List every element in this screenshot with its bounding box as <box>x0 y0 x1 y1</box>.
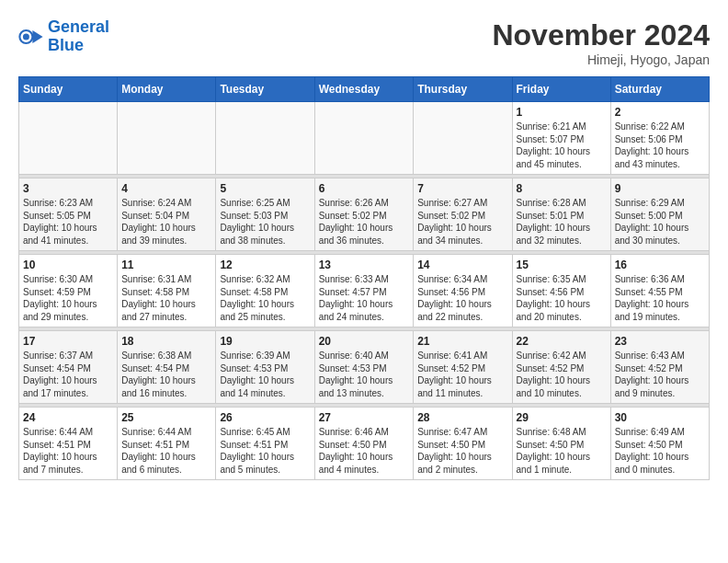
calendar-cell: 22Sunrise: 6:42 AM Sunset: 4:52 PM Dayli… <box>512 331 610 404</box>
logo-line1: General <box>48 17 109 36</box>
calendar-cell: 25Sunrise: 6:44 AM Sunset: 4:51 PM Dayli… <box>118 408 216 480</box>
day-info: Sunrise: 6:33 AM Sunset: 4:57 PM Dayligh… <box>319 273 410 323</box>
title-area: November 2024 Himeji, Hyogo, Japan <box>492 18 710 67</box>
svg-point-1 <box>23 33 29 40</box>
day-number: 22 <box>517 335 607 348</box>
day-info: Sunrise: 6:30 AM Sunset: 4:59 PM Dayligh… <box>23 273 113 323</box>
day-number: 5 <box>220 182 310 195</box>
day-number: 25 <box>121 411 211 424</box>
day-number: 12 <box>220 259 310 271</box>
day-info: Sunrise: 6:27 AM Sunset: 5:02 PM Dayligh… <box>417 197 507 247</box>
day-number: 1 <box>517 106 607 119</box>
day-number: 13 <box>319 259 410 271</box>
day-number: 4 <box>121 182 211 195</box>
calendar-cell: 19Sunrise: 6:39 AM Sunset: 4:53 PM Dayli… <box>216 331 314 404</box>
calendar-cell: 10Sunrise: 6:30 AM Sunset: 4:59 PM Dayli… <box>19 255 118 327</box>
calendar-cell: 14Sunrise: 6:34 AM Sunset: 4:56 PM Dayli… <box>414 255 512 327</box>
month-title: November 2024 <box>492 18 710 52</box>
calendar-cell: 24Sunrise: 6:44 AM Sunset: 4:51 PM Dayli… <box>19 408 118 480</box>
day-info: Sunrise: 6:36 AM Sunset: 4:55 PM Dayligh… <box>615 273 705 323</box>
day-number: 20 <box>319 335 410 348</box>
week-row-3: 10Sunrise: 6:30 AM Sunset: 4:59 PM Dayli… <box>19 255 710 327</box>
day-number: 27 <box>319 411 410 424</box>
day-number: 15 <box>517 259 607 271</box>
day-info: Sunrise: 6:25 AM Sunset: 5:03 PM Dayligh… <box>220 197 310 247</box>
calendar-cell: 18Sunrise: 6:38 AM Sunset: 4:54 PM Dayli… <box>118 331 216 404</box>
calendar-cell: 21Sunrise: 6:41 AM Sunset: 4:52 PM Dayli… <box>414 331 512 404</box>
calendar-cell: 17Sunrise: 6:37 AM Sunset: 4:54 PM Dayli… <box>19 331 118 404</box>
calendar-cell: 23Sunrise: 6:43 AM Sunset: 4:52 PM Dayli… <box>610 331 709 404</box>
week-row-1: 1Sunrise: 6:21 AM Sunset: 5:07 PM Daylig… <box>19 102 710 175</box>
day-info: Sunrise: 6:42 AM Sunset: 4:52 PM Dayligh… <box>517 350 607 399</box>
day-info: Sunrise: 6:38 AM Sunset: 4:54 PM Dayligh… <box>121 350 211 399</box>
calendar: SundayMondayTuesdayWednesdayThursdayFrid… <box>18 76 710 480</box>
weekday-header-row: SundayMondayTuesdayWednesdayThursdayFrid… <box>19 77 710 102</box>
weekday-header-monday: Monday <box>118 77 216 102</box>
calendar-cell: 5Sunrise: 6:25 AM Sunset: 5:03 PM Daylig… <box>216 178 314 251</box>
week-row-2: 3Sunrise: 6:23 AM Sunset: 5:05 PM Daylig… <box>19 178 710 251</box>
day-number: 9 <box>615 182 705 195</box>
weekday-header-thursday: Thursday <box>414 77 512 102</box>
day-info: Sunrise: 6:40 AM Sunset: 4:53 PM Dayligh… <box>319 350 410 399</box>
weekday-header-sunday: Sunday <box>19 77 118 102</box>
day-number: 24 <box>23 411 113 424</box>
day-number: 8 <box>517 182 607 195</box>
calendar-cell: 13Sunrise: 6:33 AM Sunset: 4:57 PM Dayli… <box>314 255 414 327</box>
day-number: 28 <box>417 411 507 424</box>
day-info: Sunrise: 6:48 AM Sunset: 4:50 PM Dayligh… <box>517 426 607 476</box>
logo: General Blue <box>18 18 109 55</box>
location: Himeji, Hyogo, Japan <box>492 52 710 67</box>
day-info: Sunrise: 6:31 AM Sunset: 4:58 PM Dayligh… <box>121 273 211 323</box>
weekday-header-saturday: Saturday <box>610 77 709 102</box>
calendar-cell: 6Sunrise: 6:26 AM Sunset: 5:02 PM Daylig… <box>314 178 414 251</box>
calendar-cell: 4Sunrise: 6:24 AM Sunset: 5:04 PM Daylig… <box>118 178 216 251</box>
day-info: Sunrise: 6:21 AM Sunset: 5:07 PM Dayligh… <box>517 121 607 170</box>
calendar-cell: 2Sunrise: 6:22 AM Sunset: 5:06 PM Daylig… <box>610 102 709 175</box>
day-number: 21 <box>417 335 507 348</box>
day-info: Sunrise: 6:29 AM Sunset: 5:00 PM Dayligh… <box>615 197 705 247</box>
weekday-header-friday: Friday <box>512 77 610 102</box>
day-info: Sunrise: 6:28 AM Sunset: 5:01 PM Dayligh… <box>517 197 607 247</box>
calendar-cell <box>118 102 216 175</box>
logo-icon <box>18 24 44 50</box>
day-number: 30 <box>615 411 705 424</box>
day-number: 16 <box>615 259 705 271</box>
day-info: Sunrise: 6:32 AM Sunset: 4:58 PM Dayligh… <box>220 273 310 323</box>
day-number: 7 <box>417 182 507 195</box>
calendar-cell <box>216 102 314 175</box>
week-row-4: 17Sunrise: 6:37 AM Sunset: 4:54 PM Dayli… <box>19 331 710 404</box>
day-info: Sunrise: 6:23 AM Sunset: 5:05 PM Dayligh… <box>23 197 113 247</box>
day-info: Sunrise: 6:45 AM Sunset: 4:51 PM Dayligh… <box>220 426 310 476</box>
header: General Blue November 2024 Himeji, Hyogo… <box>18 18 710 67</box>
day-number: 23 <box>615 335 705 348</box>
week-row-5: 24Sunrise: 6:44 AM Sunset: 4:51 PM Dayli… <box>19 408 710 480</box>
day-info: Sunrise: 6:46 AM Sunset: 4:50 PM Dayligh… <box>319 426 410 476</box>
calendar-cell: 26Sunrise: 6:45 AM Sunset: 4:51 PM Dayli… <box>216 408 314 480</box>
day-number: 6 <box>319 182 410 195</box>
calendar-cell: 27Sunrise: 6:46 AM Sunset: 4:50 PM Dayli… <box>314 408 414 480</box>
day-info: Sunrise: 6:43 AM Sunset: 4:52 PM Dayligh… <box>615 350 705 399</box>
day-info: Sunrise: 6:41 AM Sunset: 4:52 PM Dayligh… <box>417 350 507 399</box>
day-info: Sunrise: 6:39 AM Sunset: 4:53 PM Dayligh… <box>220 350 310 399</box>
day-number: 19 <box>220 335 310 348</box>
weekday-header-tuesday: Tuesday <box>216 77 314 102</box>
calendar-cell: 7Sunrise: 6:27 AM Sunset: 5:02 PM Daylig… <box>414 178 512 251</box>
calendar-cell <box>414 102 512 175</box>
day-info: Sunrise: 6:37 AM Sunset: 4:54 PM Dayligh… <box>23 350 113 399</box>
calendar-cell: 16Sunrise: 6:36 AM Sunset: 4:55 PM Dayli… <box>610 255 709 327</box>
day-number: 10 <box>23 259 113 271</box>
day-number: 14 <box>417 259 507 271</box>
calendar-cell: 9Sunrise: 6:29 AM Sunset: 5:00 PM Daylig… <box>610 178 709 251</box>
day-number: 2 <box>615 106 705 119</box>
day-number: 18 <box>121 335 211 348</box>
day-number: 3 <box>23 182 113 195</box>
day-info: Sunrise: 6:35 AM Sunset: 4:56 PM Dayligh… <box>517 273 607 323</box>
calendar-cell: 20Sunrise: 6:40 AM Sunset: 4:53 PM Dayli… <box>314 331 414 404</box>
calendar-cell: 8Sunrise: 6:28 AM Sunset: 5:01 PM Daylig… <box>512 178 610 251</box>
weekday-header-wednesday: Wednesday <box>314 77 414 102</box>
day-info: Sunrise: 6:34 AM Sunset: 4:56 PM Dayligh… <box>417 273 507 323</box>
calendar-cell: 28Sunrise: 6:47 AM Sunset: 4:50 PM Dayli… <box>414 408 512 480</box>
day-number: 29 <box>517 411 607 424</box>
calendar-cell: 15Sunrise: 6:35 AM Sunset: 4:56 PM Dayli… <box>512 255 610 327</box>
day-info: Sunrise: 6:44 AM Sunset: 4:51 PM Dayligh… <box>23 426 113 476</box>
